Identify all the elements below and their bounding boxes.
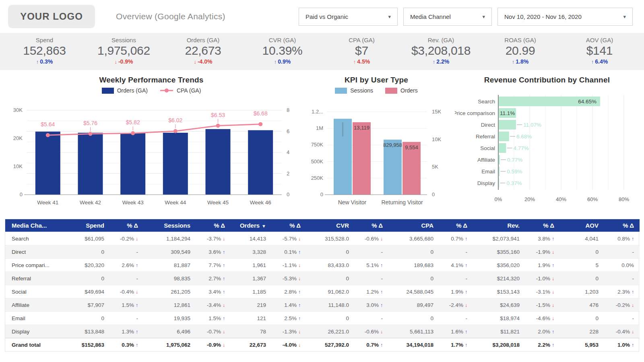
- channel-cell: Email: [5, 312, 62, 325]
- table-cell: $3,208,018: [473, 338, 525, 352]
- orders-bar-week-41[interactable]: [35, 132, 60, 195]
- kpi-user-type-plot[interactable]: 1.2...1M750K500K250K015K10K5K013,119New …: [305, 96, 448, 213]
- table-cell: 12,861: [144, 298, 196, 312]
- arrow-up-icon: ↑: [465, 342, 467, 348]
- cpa-point-week-41[interactable]: [46, 133, 50, 137]
- arrow-down-icon: ↓: [552, 249, 554, 255]
- legend-sessions[interactable]: Sessions: [335, 87, 373, 94]
- right-axis-tick: 4: [287, 149, 289, 155]
- revenue-bar-social[interactable]: [499, 143, 506, 153]
- scorecard-delta: ↑0.9%: [243, 58, 322, 65]
- table-cell: $20,320: [62, 259, 110, 272]
- revenue-bar-display[interactable]: [499, 178, 499, 188]
- col-header-pct-delta[interactable]: % Δ: [272, 219, 306, 232]
- channel-cell: Referral: [5, 272, 62, 285]
- col-header-pct-delta[interactable]: % Δ: [525, 219, 560, 232]
- arrow-down-icon: ↓: [298, 329, 301, 335]
- arrow-down-icon: ↓: [552, 289, 554, 295]
- revenue-bar-referral[interactable]: [499, 132, 509, 141]
- col-header-sessions[interactable]: Sessions: [144, 219, 196, 232]
- table-cell: -: [110, 245, 144, 259]
- table-cell: 2.5%↑: [272, 312, 306, 325]
- table-cell: 22,673: [231, 338, 272, 352]
- table-cell: 315,528.0: [306, 232, 355, 245]
- orders-bar-week-43[interactable]: [120, 133, 145, 195]
- scorecard-label: CVR (GA): [243, 37, 322, 43]
- table-cell: -3.7%↓: [196, 232, 231, 245]
- col-header-pct-delta[interactable]: % Δ: [604, 219, 640, 232]
- col-header-pct-delta[interactable]: % Δ: [355, 219, 388, 232]
- col-header-pct-delta[interactable]: % Δ: [110, 219, 144, 232]
- cpa-data-label: $6.53: [211, 112, 225, 118]
- filter-paid-vs-organic[interactable]: Paid vs Organic ▾: [299, 8, 398, 26]
- arrow-up-icon: ↑: [274, 59, 277, 65]
- orders-bar-week-46[interactable]: [248, 130, 273, 195]
- category-label: Display: [477, 180, 495, 186]
- cpa-point-week-42[interactable]: [89, 132, 93, 136]
- legend-orders[interactable]: Orders: [385, 87, 418, 94]
- col-header-media-cha[interactable]: Media Cha...: [5, 219, 62, 232]
- category-label: Price comparison: [455, 110, 495, 116]
- table-cell: -: [604, 312, 640, 325]
- orders-bar-week-45[interactable]: [206, 129, 231, 195]
- col-header-pct-delta[interactable]: % Δ: [439, 219, 473, 232]
- orders-bar-new-visitor[interactable]: [353, 122, 371, 195]
- col-header-pct-delta[interactable]: % Δ: [196, 219, 231, 232]
- col-header-aov[interactable]: AOV: [560, 219, 604, 232]
- table-cell: 78: [231, 325, 272, 338]
- col-header-cpa[interactable]: CPA: [388, 219, 439, 232]
- col-header-cvr[interactable]: CVR: [306, 219, 355, 232]
- arrow-up-icon: ↑: [552, 263, 554, 268]
- filter-date-range[interactable]: Nov 10, 2020 - Nov 16, 2020 ▾: [497, 8, 633, 26]
- arrow-up-icon: ↑: [552, 329, 554, 335]
- x-axis-label: Week 46: [250, 200, 271, 206]
- right-axis-tick: 8: [287, 107, 289, 113]
- table-cell: $61,095: [62, 232, 110, 245]
- cpa-point-week-43[interactable]: [131, 131, 135, 135]
- table-cell: 0: [388, 312, 439, 325]
- table-cell: 3,328: [231, 245, 272, 259]
- col-header-rev[interactable]: Rev.: [473, 219, 525, 232]
- table-cell: 3,665,680: [388, 232, 439, 245]
- scorecard-delta: ↓-0.9%: [84, 58, 163, 65]
- revenue-bar-email[interactable]: [499, 167, 500, 176]
- scorecard-sessions: Sessions1,975,062↓-0.9%: [84, 33, 163, 70]
- col-header-spend[interactable]: Spend: [62, 219, 110, 232]
- orders-bar-week-44[interactable]: [163, 133, 188, 195]
- table-cell: 476: [560, 298, 604, 312]
- left-axis-tick: 0: [320, 191, 323, 197]
- dropdown-label: Nov 10, 2020 - Nov 16, 2020: [504, 13, 582, 20]
- legend-orders-ga[interactable]: Orders (GA): [102, 87, 148, 94]
- orders-data-label: 13,119: [354, 125, 369, 131]
- x-axis-label: Week 42: [80, 200, 101, 206]
- scorecard-label: Spend: [5, 37, 84, 43]
- arrow-up-icon: ↑: [632, 289, 634, 295]
- table-cell: 1.6%↑: [439, 325, 473, 338]
- cpa-point-week-46[interactable]: [258, 122, 262, 126]
- orders-bar-week-42[interactable]: [78, 133, 103, 195]
- table-cell: 0.3%↑: [110, 338, 144, 352]
- revenue-bar-affiliate[interactable]: [499, 155, 500, 165]
- revenue-channel-plot[interactable]: Search64.65%Price comparison11.1%Direct1…: [455, 90, 639, 208]
- x-axis-label: New Visitor: [338, 199, 367, 206]
- table-cell: 1,961: [231, 259, 272, 272]
- cpa-point-week-44[interactable]: [173, 129, 178, 133]
- col-header-orders[interactable]: Orders▼: [231, 219, 272, 232]
- right-axis-tick: 0: [287, 191, 289, 197]
- weekly-performance-plot[interactable]: 30K20K10K086420Week 41Week 42Week 43Week…: [5, 96, 298, 213]
- arrow-down-icon: ↓: [552, 316, 554, 321]
- table-cell: 24,588,045: [388, 285, 439, 298]
- table-cell: 2.3%↑: [604, 285, 640, 298]
- bar-data-label: 6.68%: [516, 134, 532, 140]
- cpa-point-week-45[interactable]: [216, 124, 220, 128]
- table-cell: -: [439, 312, 473, 325]
- table-cell: -1.5%↓: [525, 298, 560, 312]
- filter-media-channel[interactable]: Media Channel ▾: [403, 8, 492, 26]
- arrow-up-icon: ↑: [136, 302, 138, 308]
- table-cell: -0.4%↓: [110, 285, 144, 298]
- table-cell: -1.0%↓: [525, 272, 560, 285]
- arrow-down-icon: ↓: [632, 329, 634, 335]
- revenue-bar-direct[interactable]: [499, 120, 516, 130]
- x-axis-label: Returning Visitor: [381, 199, 423, 206]
- legend-cpa-ga[interactable]: CPA (GA): [160, 87, 201, 94]
